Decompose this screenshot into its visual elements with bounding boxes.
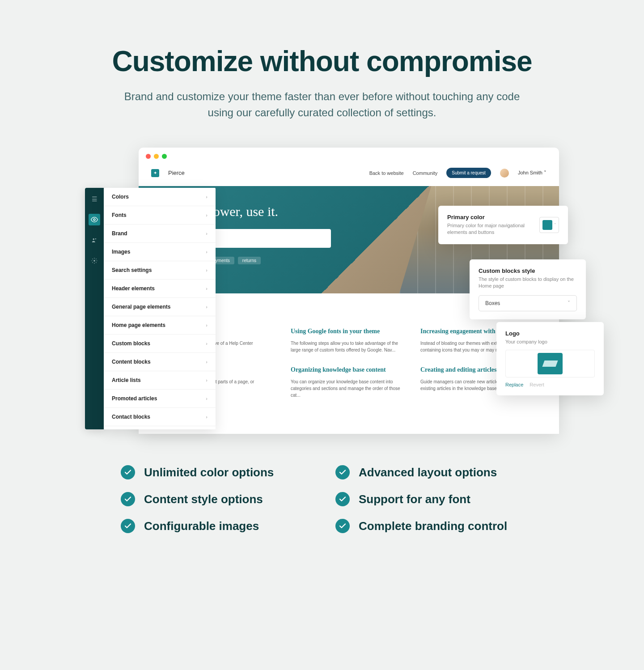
- feature-item: Content style options: [121, 492, 309, 506]
- settings-panel: Colors›Fonts›Brand›Images›Search setting…: [104, 188, 216, 429]
- feature-text: Content style options: [144, 492, 263, 506]
- app-header: ✦ Pierce Back to website Community Submi…: [139, 163, 559, 186]
- feature-item: Complete branding control: [335, 519, 523, 533]
- settings-item-label: Custom blocks: [112, 340, 150, 347]
- chevron-right-icon: ›: [206, 267, 208, 273]
- settings-item-label: Content blocks: [112, 359, 151, 365]
- settings-item[interactable]: Fonts›: [104, 206, 216, 225]
- chevron-right-icon: ›: [206, 212, 208, 218]
- article-title: Organizing knowledge base content: [291, 366, 407, 374]
- settings-item-label: Fonts: [112, 212, 127, 218]
- feature-item: Unlimited color options: [121, 465, 309, 479]
- window-controls: [139, 148, 559, 163]
- settings-item[interactable]: General page elements›: [104, 298, 216, 316]
- eye-icon[interactable]: [89, 214, 100, 225]
- color-picker[interactable]: ˅: [539, 217, 559, 233]
- settings-item-label: Article lists: [112, 377, 141, 383]
- check-icon: [335, 465, 350, 479]
- settings-item-label: Home page elements: [112, 322, 165, 328]
- feature-item: Support for any font: [335, 492, 523, 506]
- chevron-right-icon: ›: [206, 304, 208, 310]
- card-title: Primary color: [447, 214, 532, 221]
- chevron-right-icon: ›: [206, 249, 208, 254]
- gear-icon[interactable]: [89, 255, 100, 267]
- logo-image: [538, 353, 563, 374]
- chevron-down-icon: ˅: [568, 300, 570, 306]
- chevron-right-icon: ›: [206, 341, 208, 346]
- settings-item[interactable]: Search settings›: [104, 261, 216, 280]
- article-desc: You can organize your knowledge base con…: [291, 378, 407, 399]
- check-icon: [335, 519, 350, 533]
- card-desc: Primary color for major navigational ele…: [447, 222, 532, 236]
- sidebar-rail: ☰: [85, 188, 104, 429]
- revert-button[interactable]: Revert: [530, 382, 544, 387]
- avatar[interactable]: [500, 169, 509, 178]
- settings-item[interactable]: Images›: [104, 243, 216, 261]
- article-desc: The following steps allow you to take ad…: [291, 340, 407, 353]
- chevron-right-icon: ›: [206, 414, 208, 420]
- maximize-dot[interactable]: [162, 154, 167, 159]
- feature-text: Support for any font: [359, 492, 470, 506]
- close-dot[interactable]: [146, 154, 151, 159]
- check-icon: [121, 519, 135, 533]
- replace-button[interactable]: Replace: [505, 382, 523, 387]
- article-title: Using Google fonts in your theme: [291, 327, 407, 335]
- menu-icon[interactable]: ☰: [89, 193, 100, 205]
- settings-item[interactable]: Custom blocks›: [104, 335, 216, 353]
- page-title: Customize without compromise: [36, 45, 608, 78]
- feature-text: Unlimited color options: [144, 466, 274, 479]
- nav-community[interactable]: Community: [413, 170, 438, 176]
- settings-item[interactable]: Colors›: [104, 188, 216, 206]
- chevron-right-icon: ›: [206, 286, 208, 291]
- settings-item[interactable]: Contact blocks›: [104, 408, 216, 426]
- settings-item[interactable]: Home page elements›: [104, 316, 216, 335]
- check-icon: [121, 465, 135, 479]
- settings-item-label: General page elements: [112, 304, 170, 310]
- logo-card: Logo Your company logo Replace Revert: [496, 322, 604, 395]
- settings-item[interactable]: Promoted articles›: [104, 390, 216, 408]
- chevron-right-icon: ›: [206, 231, 208, 236]
- features-grid: Unlimited color optionsAdvanced layout o…: [121, 465, 523, 533]
- logo-preview: [505, 350, 595, 377]
- card-title: Custom blocks style: [479, 267, 577, 274]
- svg-point-1: [93, 238, 95, 240]
- check-icon: [335, 492, 350, 506]
- color-swatch: [542, 220, 552, 230]
- card-desc: The style of custom blocks to display on…: [479, 276, 577, 290]
- svg-point-0: [93, 219, 95, 221]
- article-card[interactable]: Using Google fonts in your themeThe foll…: [291, 327, 407, 353]
- settings-item[interactable]: Brand›: [104, 225, 216, 243]
- feature-item: Configurable images: [121, 519, 309, 533]
- check-icon: [121, 492, 135, 506]
- nav-back[interactable]: Back to website: [369, 170, 404, 176]
- submit-request-button[interactable]: Submit a request: [446, 168, 491, 178]
- chevron-right-icon: ›: [206, 359, 208, 365]
- chevron-down-icon: ˅: [544, 170, 547, 175]
- user-name[interactable]: John Smith ˅: [518, 170, 547, 176]
- card-desc: Your company logo: [505, 339, 595, 345]
- blocks-style-select[interactable]: Boxes ˅: [479, 295, 577, 311]
- app-logo-icon: ✦: [151, 169, 159, 177]
- chevron-down-icon: ˅: [554, 223, 556, 227]
- minimize-dot[interactable]: [154, 154, 159, 159]
- chevron-right-icon: ›: [206, 396, 208, 401]
- settings-item-label: Search settings: [112, 267, 152, 273]
- svg-point-3: [93, 260, 95, 262]
- card-title: Logo: [505, 330, 595, 337]
- primary-color-card: Primary color Primary color for major na…: [438, 206, 568, 244]
- chevron-right-icon: ›: [206, 322, 208, 328]
- feature-item: Advanced layout options: [335, 465, 523, 479]
- users-icon[interactable]: [89, 234, 100, 246]
- mockup-area: ✦ Pierce Back to website Community Submi…: [85, 148, 559, 434]
- chevron-right-icon: ›: [206, 377, 208, 383]
- tag[interactable]: returns: [238, 257, 261, 264]
- settings-item-label: Contact blocks: [112, 414, 150, 420]
- settings-item-label: Images: [112, 249, 130, 255]
- settings-item[interactable]: Content blocks›: [104, 353, 216, 371]
- settings-item[interactable]: Header elements›: [104, 280, 216, 298]
- chevron-right-icon: ›: [206, 194, 208, 199]
- settings-item[interactable]: Article lists›: [104, 371, 216, 390]
- settings-item-label: Brand: [112, 230, 127, 237]
- feature-text: Configurable images: [144, 519, 259, 533]
- article-card[interactable]: Organizing knowledge base contentYou can…: [291, 366, 407, 399]
